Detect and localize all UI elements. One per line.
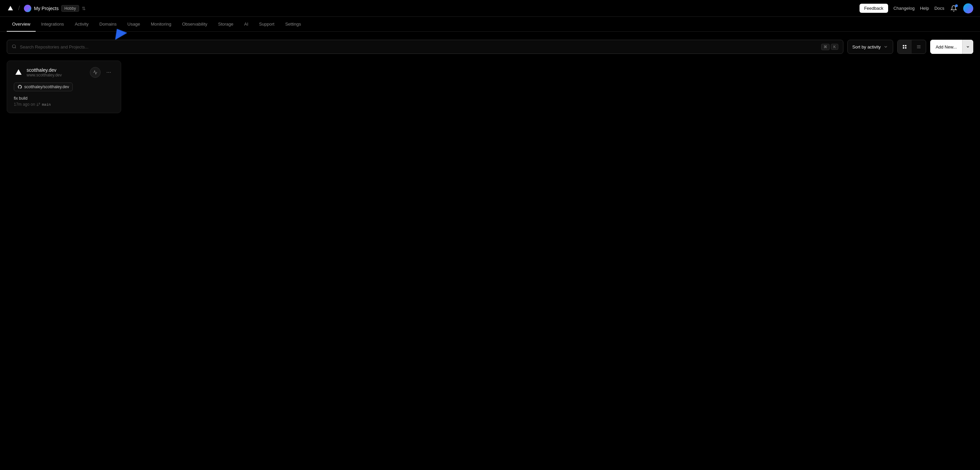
card-name-group: scotthaley.dev www.scotthaley.dev [27, 67, 62, 77]
cmd-key: ⌘ [821, 44, 830, 50]
avatar[interactable] [963, 3, 973, 13]
sort-button[interactable]: Sort by activity [847, 40, 894, 54]
svg-point-12 [108, 72, 109, 73]
add-new-dropdown-button[interactable] [962, 40, 973, 54]
svg-rect-6 [903, 47, 904, 48]
project-card: scotthaley.dev www.scotthaley.dev [7, 61, 121, 113]
search-box: ⌘ K [7, 40, 843, 54]
nav-item-ai[interactable]: AI [239, 17, 254, 31]
nav-item-settings[interactable]: Settings [280, 17, 306, 31]
project-switcher-chevron[interactable]: ⇅ [82, 6, 86, 11]
card-header: scotthaley.dev www.scotthaley.dev [14, 67, 114, 78]
nav-item-integrations[interactable]: Integrations [36, 17, 69, 31]
commit-time: 17m ago on [14, 102, 35, 107]
plan-badge[interactable]: Hobby [61, 5, 79, 12]
project-logo [14, 68, 23, 77]
changelog-link[interactable]: Changelog [894, 6, 915, 11]
main-content: ⌘ K Sort by activity [0, 32, 980, 121]
add-new-button[interactable]: Add New... [930, 40, 973, 54]
project-orb [24, 5, 31, 12]
projects-grid: scotthaley.dev www.scotthaley.dev [7, 61, 973, 113]
nav-item-usage[interactable]: Usage [122, 17, 146, 31]
svg-point-13 [110, 72, 111, 73]
nav-item-monitoring[interactable]: Monitoring [145, 17, 177, 31]
search-icon [12, 44, 16, 50]
svg-rect-7 [905, 47, 906, 48]
view-toggle [897, 40, 926, 54]
nav-item-activity[interactable]: Activity [69, 17, 94, 31]
vercel-logo[interactable] [7, 5, 14, 12]
nav-item-storage[interactable]: Storage [213, 17, 239, 31]
activity-button[interactable] [90, 67, 100, 78]
sort-label: Sort by activity [853, 45, 881, 49]
header-right: Feedback Changelog Help Docs [859, 3, 973, 13]
svg-point-2 [13, 45, 16, 48]
k-key: K [831, 44, 838, 50]
list-view-button[interactable] [912, 40, 926, 54]
branch-name: main [42, 102, 51, 107]
notification-bell[interactable] [950, 5, 958, 13]
project-name[interactable]: My Projects [34, 6, 59, 11]
svg-point-11 [107, 72, 107, 73]
nav-item-overview[interactable]: Overview [7, 17, 36, 31]
help-link[interactable]: Help [920, 6, 929, 11]
nav-item-domains[interactable]: Domains [94, 17, 122, 31]
card-commit: fix build 17m ago on main [14, 96, 114, 107]
card-title-row: scotthaley.dev www.scotthaley.dev [14, 67, 62, 77]
search-row: ⌘ K Sort by activity [7, 40, 973, 54]
keyboard-shortcut: ⌘ K [821, 44, 838, 50]
project-card-title[interactable]: scotthaley.dev [27, 67, 62, 73]
svg-rect-4 [903, 45, 904, 46]
nav-item-support[interactable]: Support [254, 17, 280, 31]
svg-point-16 [37, 105, 38, 106]
project-card-url: www.scotthaley.dev [27, 73, 62, 77]
notification-dot [955, 5, 958, 7]
feedback-button[interactable]: Feedback [859, 4, 888, 13]
nav-item-observability[interactable]: Observability [177, 17, 213, 31]
header-divider: / [18, 5, 20, 12]
commit-message: fix build [14, 96, 114, 101]
github-repo-badge[interactable]: scotthaley/scotthaley.dev [14, 83, 73, 91]
more-options-button[interactable] [103, 67, 114, 78]
card-actions [90, 67, 114, 78]
svg-point-15 [39, 103, 40, 104]
header: / My Projects Hobby ⇅ Feedback Changelog… [0, 0, 980, 17]
grid-view-button[interactable] [897, 40, 912, 54]
commit-meta: 17m ago on main [14, 102, 114, 107]
search-input[interactable] [20, 45, 818, 49]
svg-line-3 [15, 47, 16, 48]
svg-rect-5 [905, 45, 906, 46]
add-new-main-button[interactable]: Add New... [930, 40, 962, 54]
docs-link[interactable]: Docs [934, 6, 944, 11]
github-repo-label: scotthaley/scotthaley.dev [24, 84, 69, 89]
nav: Overview Integrations Activity Domains U… [0, 17, 980, 32]
